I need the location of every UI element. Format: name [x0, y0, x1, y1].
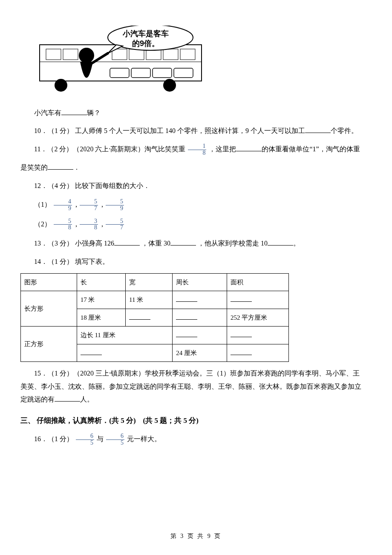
- q11-line2-b: ．: [73, 164, 80, 171]
- q11-a: 11．（2 分）（2020 六上·高新期末）淘气比笑笑重: [34, 145, 187, 153]
- svg-rect-2: [46, 49, 61, 60]
- q11-blank1[interactable]: [236, 144, 262, 151]
- q15-c-a: 定跳远的有: [20, 396, 55, 403]
- question-12-row1: （1） 49, 57, 59: [20, 198, 372, 212]
- cell: 18 厘米: [77, 309, 125, 327]
- q13-c: ，他从家到学校需走 10: [198, 240, 268, 247]
- bubble-line2: 的9倍。: [132, 39, 159, 48]
- table-header-row: 图形 长 宽 周长 面积: [21, 273, 289, 291]
- svg-rect-0: [40, 45, 202, 81]
- q11-line2-a: 是笑笑的: [20, 164, 48, 171]
- cell: 252 平方厘米: [227, 309, 288, 327]
- q16-mid: 与: [97, 435, 105, 442]
- question-15-line1: 15．（1 分）（2020 三上·镇原期末）学校开秋季运动会。三（1）班参加百米…: [20, 367, 372, 380]
- cell: 17 米: [77, 291, 125, 309]
- cell-blank[interactable]: [173, 309, 227, 327]
- cell-blank[interactable]: [173, 291, 227, 309]
- q11-blank2[interactable]: [48, 162, 73, 170]
- q13-d: 。: [293, 240, 300, 247]
- cell-blank[interactable]: [227, 291, 288, 309]
- cell-blank[interactable]: [173, 327, 227, 344]
- q11-c: 的体重看做单位“1”，淘气的体重: [262, 145, 360, 153]
- question-10: 10．（1 分） 工人师傅 5 个人一天可以加工 140 个零件，照这样计算，9…: [20, 124, 372, 137]
- q13-blank2[interactable]: [170, 238, 196, 246]
- q11-b: ，这里把: [209, 145, 236, 153]
- shape-table: 图形 长 宽 周长 面积 长方形 17 米 11 米 18 厘米 252 平方厘…: [20, 273, 289, 362]
- question-15-line3: 定跳远的有人。: [20, 393, 372, 406]
- q12-r1-f1: 49: [54, 199, 72, 211]
- bus-scene-svg: [37, 26, 204, 98]
- question-11-line1: 11．（2 分）（2020 六上·高新期末）淘气比笑笑重 1 8 ，这里把的体重…: [20, 143, 372, 156]
- table-row: 正方形 边长 11 厘米: [21, 327, 289, 344]
- th-shape: 图形: [21, 273, 77, 291]
- q12-r1-label: （1）: [34, 201, 51, 208]
- q12-r2-label: （2）: [34, 220, 51, 228]
- question-13: 13．（3 分） 小强身高 126 ，体重 30 ，他从家到学校需走 10。: [20, 237, 372, 250]
- svg-rect-14: [174, 68, 193, 78]
- q13-a: 13．（3 分） 小强身高 126: [34, 240, 114, 247]
- question-16: 16．（1 分） 65 与 65 元一样大。: [20, 433, 372, 446]
- cell: 边长 11 厘米: [77, 327, 173, 344]
- bubble-line1: 小汽车是客车: [123, 29, 169, 38]
- q12-r2-f2: 38: [80, 218, 98, 231]
- page-footer: 第 3 页 共 9 页: [0, 531, 392, 542]
- cell-blank[interactable]: [227, 344, 288, 362]
- q16-frac1: 65: [76, 433, 94, 446]
- question-14-label: 14．（1 分） 填写下表。: [20, 255, 372, 268]
- table-row: 长方形 17 米 11 米: [21, 291, 289, 309]
- question-12-label: 12．（4 分） 比较下面每组数的大小．: [20, 179, 372, 192]
- q15-blank[interactable]: [55, 394, 80, 402]
- svg-point-15: [79, 48, 94, 63]
- q15-c-b: 人。: [80, 396, 94, 403]
- q12-r2-f1: 58: [54, 218, 72, 231]
- svg-rect-13: [153, 68, 172, 78]
- q10-text: 10．（1 分） 工人师傅 5 个人一天可以加工 140 个零件，照这样计算，9…: [34, 127, 305, 134]
- svg-rect-5: [129, 49, 144, 60]
- svg-rect-11: [110, 68, 129, 78]
- svg-rect-12: [131, 68, 150, 78]
- q12-r1-f2: 57: [80, 199, 98, 211]
- q13-blank1[interactable]: [114, 238, 140, 246]
- q16-a: 16．（1 分）: [34, 435, 75, 442]
- frac-num: 1: [188, 143, 206, 150]
- cell-square: 正方形: [21, 327, 77, 362]
- question-11-line2: 是笑笑的．: [20, 161, 372, 174]
- q16-b: 元一样大。: [127, 435, 161, 442]
- page: 小汽车是客车 的9倍。 小汽车有辆？ 10．（1 分） 工人师傅 5 个人一天可…: [0, 0, 392, 555]
- q12-r2-f3: 57: [106, 218, 124, 231]
- svg-rect-4: [112, 49, 127, 60]
- svg-rect-3: [63, 49, 78, 60]
- question-9-illustration: 小汽车是客车 的9倍。: [37, 26, 204, 98]
- speech-bubble-text: 小汽车是客车 的9倍。: [123, 29, 169, 49]
- q12-r1-f3: 59: [106, 199, 124, 211]
- frac-den: 8: [188, 150, 206, 156]
- svg-point-10: [163, 79, 176, 92]
- svg-point-9: [55, 79, 67, 92]
- svg-rect-8: [180, 49, 195, 60]
- question-12-row2: （2） 58, 38, 57: [20, 218, 372, 231]
- th-length: 长: [77, 273, 125, 291]
- svg-rect-7: [163, 49, 178, 60]
- q11-fraction: 1 8: [188, 143, 206, 156]
- th-perimeter: 周长: [173, 273, 227, 291]
- q10-suffix: 个零件。: [331, 127, 358, 134]
- cell-blank[interactable]: [77, 344, 173, 362]
- cell: 11 米: [125, 291, 172, 309]
- cell-blank[interactable]: [227, 327, 288, 344]
- section-3-heading: 三、 仔细推敲，认真辨析．(共 5 分) (共 5 题；共 5 分): [20, 414, 372, 428]
- q9-blank[interactable]: [61, 108, 87, 115]
- q13-b: ，体重 30: [141, 240, 170, 247]
- question-9-tail: 小汽车有辆？: [20, 107, 372, 119]
- question-15-line2: 美英、李小玉、沈欢、陈丽。参加立定跳远的同学有王聪、李明、王华、陈丽、张大林。既…: [20, 380, 372, 393]
- q9-suffix: 辆？: [87, 109, 101, 116]
- q9-prefix: 小汽车有: [34, 109, 61, 116]
- th-area: 面积: [227, 273, 288, 291]
- cell-rect: 长方形: [21, 291, 77, 327]
- q10-blank[interactable]: [305, 126, 331, 133]
- q13-blank3[interactable]: [268, 238, 293, 246]
- cell-blank[interactable]: [125, 309, 172, 327]
- q16-frac2: 65: [106, 433, 124, 446]
- cell: 24 厘米: [173, 344, 227, 362]
- th-width: 宽: [125, 273, 172, 291]
